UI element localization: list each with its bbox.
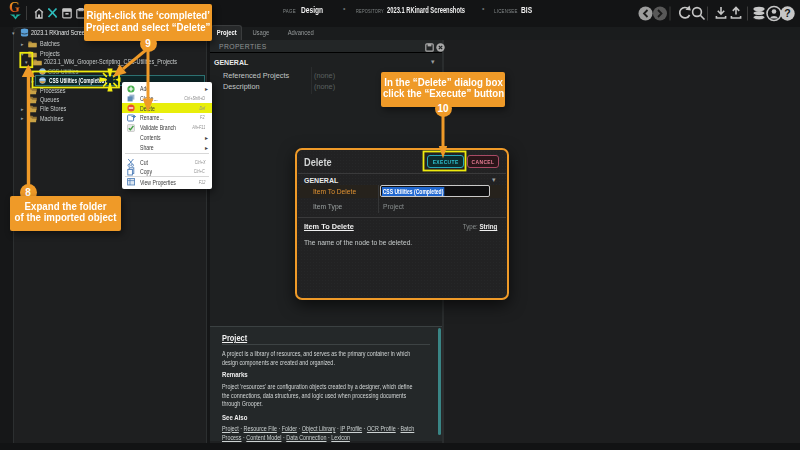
svg-text:?: ? xyxy=(784,7,790,19)
